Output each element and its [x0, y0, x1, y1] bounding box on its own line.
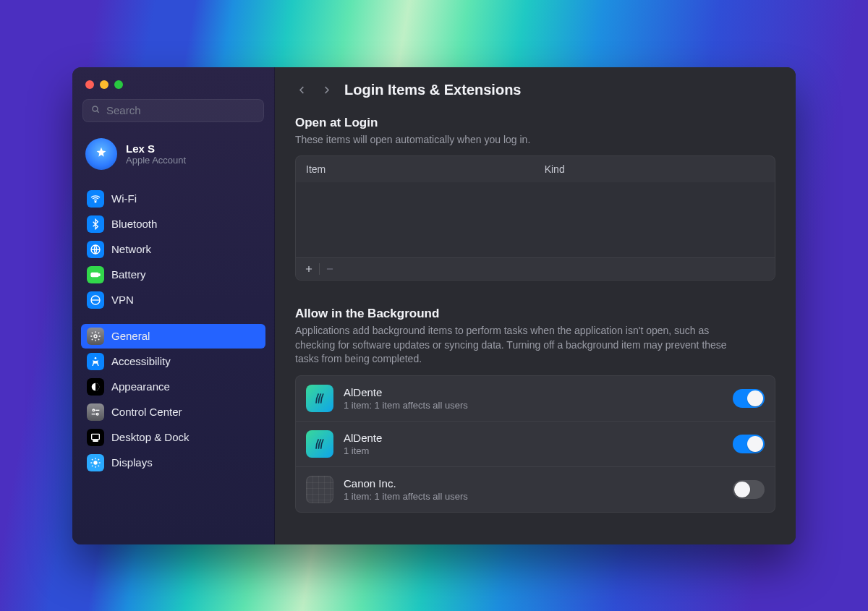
sidebar-item-label: Network — [111, 243, 151, 255]
search-field[interactable] — [82, 99, 264, 122]
background-item-name: Canon Inc. — [344, 477, 723, 490]
content-header: Login Items & Extensions — [275, 67, 796, 110]
svg-line-23 — [92, 465, 93, 466]
background-item-sub: 1 item: 1 item affects all users — [344, 491, 723, 502]
background-heading: Allow in the Background — [295, 307, 775, 321]
sidebar-item-label: General — [111, 330, 150, 342]
sidebar-item-label: VPN — [111, 294, 134, 306]
svg-point-10 — [93, 409, 95, 411]
svg-point-7 — [94, 335, 97, 338]
svg-point-2 — [95, 201, 96, 202]
svg-rect-15 — [93, 440, 98, 441]
remove-login-item-button[interactable] — [320, 261, 340, 277]
sidebar-item-controlcenter[interactable]: Control Center — [81, 400, 265, 424]
login-items-footer — [296, 257, 775, 280]
close-window-button[interactable] — [85, 80, 94, 89]
background-item-sub: 1 item — [344, 445, 723, 456]
add-login-item-button[interactable] — [299, 261, 319, 277]
svg-point-12 — [96, 413, 98, 415]
account-name: Lex S — [126, 142, 186, 155]
login-items-table: Item Kind — [295, 155, 775, 281]
sidebar-item-label: Bluetooth — [111, 218, 157, 230]
background-description: Applications add background items to per… — [295, 324, 736, 367]
appearance-icon — [87, 378, 104, 396]
sidebar-item-label: Desktop & Dock — [111, 431, 190, 443]
window-controls — [78, 72, 268, 99]
open-at-login-heading: Open at Login — [295, 116, 775, 130]
accessibility-icon — [87, 353, 104, 370]
sidebar-item-appearance[interactable]: Appearance — [81, 375, 265, 399]
svg-line-21 — [92, 459, 93, 460]
background-items-list: AlDente 1 item: 1 item affects all users… — [295, 375, 775, 513]
app-icon — [306, 430, 333, 458]
svg-line-1 — [97, 111, 99, 113]
sidebar-item-displays[interactable]: Displays — [81, 450, 265, 475]
svg-line-22 — [98, 465, 99, 466]
desktop-dock-icon — [87, 429, 104, 446]
sidebar-item-label: Control Center — [111, 406, 182, 418]
page-title: Login Items & Extensions — [344, 82, 521, 98]
battery-icon — [87, 266, 104, 283]
sidebar-item-accessibility[interactable]: Accessibility — [81, 349, 265, 374]
background-item-name: AlDente — [344, 432, 723, 444]
svg-rect-14 — [92, 434, 100, 439]
login-items-body[interactable] — [296, 182, 775, 257]
background-item-row: AlDente 1 item — [296, 421, 775, 466]
background-item-row: Canon Inc. 1 item: 1 item affects all us… — [296, 466, 775, 512]
svg-point-16 — [93, 461, 97, 464]
avatar — [85, 138, 117, 170]
sidebar-item-battery[interactable]: Battery — [81, 262, 265, 287]
open-at-login-description: These items will open automatically when… — [295, 133, 736, 148]
sidebar-item-vpn[interactable]: VPN — [81, 288, 265, 312]
vpn-icon — [87, 291, 104, 309]
bluetooth-icon — [87, 215, 104, 233]
wifi-icon — [87, 190, 104, 208]
background-item-toggle[interactable] — [733, 480, 765, 499]
app-icon — [306, 385, 333, 412]
column-kind: Kind — [545, 163, 765, 175]
content-pane: Login Items & Extensions Open at Login T… — [275, 67, 796, 544]
minimize-window-button[interactable] — [100, 80, 109, 89]
sidebar-item-label: Accessibility — [111, 355, 171, 367]
search-icon — [90, 104, 101, 117]
column-item: Item — [306, 163, 545, 175]
account-row[interactable]: Lex S Apple Account — [78, 134, 268, 181]
svg-rect-4 — [91, 273, 98, 276]
sidebar-item-label: Appearance — [111, 380, 170, 393]
sidebar-item-label: Battery — [111, 268, 146, 281]
back-button[interactable] — [295, 83, 308, 96]
background-item-sub: 1 item: 1 item affects all users — [344, 400, 723, 411]
sidebar-item-wifi[interactable]: Wi-Fi — [81, 187, 265, 211]
login-items-header: Item Kind — [296, 156, 775, 182]
sidebar-item-label: Wi-Fi — [111, 192, 137, 205]
control-center-icon — [87, 403, 104, 421]
sidebar-item-desktopdock[interactable]: Desktop & Dock — [81, 425, 265, 450]
settings-window: Lex S Apple Account Wi-Fi Bluetooth — [72, 67, 796, 544]
search-input[interactable] — [106, 104, 256, 116]
svg-rect-5 — [99, 273, 100, 275]
svg-line-24 — [98, 459, 99, 460]
background-item-row: AlDente 1 item: 1 item affects all users — [296, 376, 775, 421]
globe-icon — [87, 241, 104, 258]
svg-point-0 — [93, 106, 98, 111]
gear-icon — [87, 328, 104, 345]
background-item-name: AlDente — [344, 386, 723, 398]
svg-point-8 — [95, 357, 97, 359]
account-subtitle: Apple Account — [126, 155, 186, 166]
forward-button[interactable] — [320, 83, 333, 96]
sidebar-nav: Wi-Fi Bluetooth Network Battery — [78, 181, 268, 480]
app-icon — [306, 476, 333, 503]
fullscreen-window-button[interactable] — [114, 80, 123, 89]
background-item-toggle[interactable] — [733, 435, 765, 453]
displays-icon — [87, 454, 104, 471]
sidebar-item-network[interactable]: Network — [81, 237, 265, 262]
sidebar-item-bluetooth[interactable]: Bluetooth — [81, 212, 265, 236]
sidebar: Lex S Apple Account Wi-Fi Bluetooth — [72, 67, 275, 544]
sidebar-item-label: Displays — [111, 456, 153, 469]
sidebar-item-general[interactable]: General — [81, 324, 265, 349]
background-item-toggle[interactable] — [733, 389, 765, 408]
